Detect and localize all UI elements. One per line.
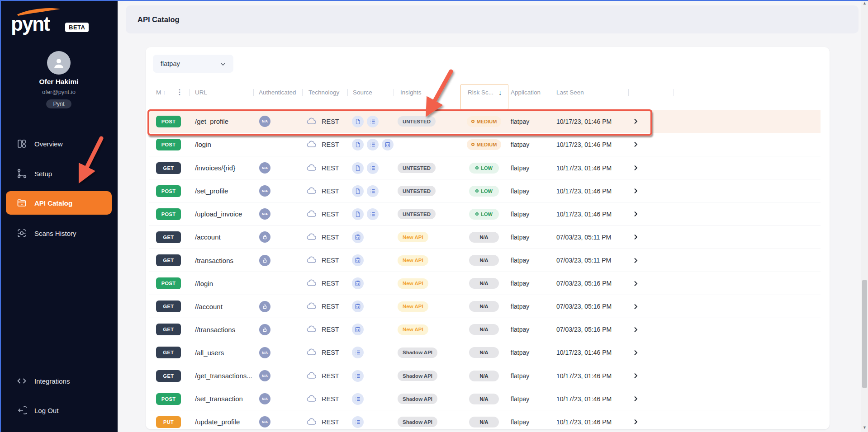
table-row[interactable]: GET//accountRESTNew APIN/Aflatpay07/03/2… xyxy=(149,295,821,318)
method-badge: GET xyxy=(156,347,181,358)
source-cell xyxy=(352,410,364,429)
cloud-icon xyxy=(306,209,317,220)
risk-badge: N/A xyxy=(469,417,499,427)
row-expand-chevron[interactable] xyxy=(632,318,639,341)
document-icon xyxy=(355,141,361,148)
insights-cell: New API xyxy=(398,295,428,318)
table-row[interactable]: POST//loginRESTNew APIN/Aflatpay07/03/23… xyxy=(149,272,821,295)
col-header-application[interactable]: Application xyxy=(511,81,541,104)
table-row[interactable]: PUT/update_profileN/ARESTShadow APIN/Afl… xyxy=(149,410,821,429)
application-cell: flatpay xyxy=(511,295,529,318)
capture-border-top xyxy=(0,0,868,1)
table-row[interactable]: GET//transactionsRESTNew APIN/Aflatpay07… xyxy=(149,318,821,341)
scrollbar-thumb[interactable] xyxy=(862,280,867,388)
col-header-url[interactable]: URL xyxy=(195,81,207,104)
risk-badge: N/A xyxy=(469,394,499,404)
cloud-icon xyxy=(306,417,317,427)
table-row[interactable]: GET/get_transactions...N/ARESTShadow API… xyxy=(149,364,821,387)
list-icon xyxy=(355,373,361,379)
authenticated-cell: N/A xyxy=(259,410,270,429)
endpoint-url: /update_profile xyxy=(195,410,240,429)
table-row[interactable]: GET/all_usersN/ARESTShadow APIN/Aflatpay… xyxy=(149,341,821,364)
row-expand-chevron[interactable] xyxy=(632,179,639,202)
sidebar-item-scans-history[interactable]: Scans History xyxy=(0,221,118,245)
cloud-icon xyxy=(306,324,317,335)
endpoint-url: /get_profile xyxy=(195,110,228,133)
source-cell xyxy=(352,179,379,202)
col-header-last-seen[interactable]: Last Seen xyxy=(556,81,584,104)
sidebar-item-api-catalog[interactable]: API Catalog xyxy=(6,191,112,215)
row-expand-chevron[interactable] xyxy=(632,272,639,295)
chevron-right-icon xyxy=(632,372,639,379)
last-seen-cell: 10/17/23, 01:46 PM xyxy=(556,202,612,225)
source-cell xyxy=(352,110,379,133)
risk-cell: LOW xyxy=(461,156,507,179)
table-row[interactable]: POST/set_profileN/ARESTUNTESTEDLOWflatpa… xyxy=(149,179,821,202)
technology-label: REST xyxy=(322,141,339,148)
technology-label: REST xyxy=(322,303,339,310)
risk-cell: N/A xyxy=(461,249,507,272)
endpoint-url: /upload_invoice xyxy=(195,202,242,225)
table-row[interactable]: GET/transactionsRESTNew APIN/Aflatpay07/… xyxy=(149,249,821,272)
row-expand-chevron[interactable] xyxy=(632,364,639,387)
row-expand-chevron[interactable] xyxy=(632,225,639,249)
table-row[interactable]: GET/invoices/{rid}N/ARESTUNTESTEDLOWflat… xyxy=(149,156,821,179)
method-badge: POST xyxy=(156,116,181,127)
col-header-risk-score[interactable]: Risk Sc... xyxy=(468,81,493,104)
col-header-authenticated[interactable]: Authenticated xyxy=(259,81,296,104)
scrollbar[interactable]: ▲ ▼ xyxy=(861,0,868,432)
endpoint-url: //account xyxy=(195,295,223,318)
row-expand-chevron[interactable] xyxy=(632,110,639,133)
risk-badge: LOW xyxy=(469,209,499,220)
col-header-insights[interactable]: Insights xyxy=(400,81,422,104)
method-cell: GET xyxy=(156,318,181,341)
sidebar-item-log-out[interactable]: Log Out xyxy=(0,399,118,422)
row-expand-chevron[interactable] xyxy=(632,341,639,364)
auth-lock-badge xyxy=(259,231,270,243)
sort-desc-icon[interactable]: ↓ xyxy=(498,81,502,104)
table-row[interactable]: GET/accountRESTNew APIN/Aflatpay07/03/23… xyxy=(149,225,821,248)
list-icon xyxy=(355,349,361,356)
row-expand-chevron[interactable] xyxy=(632,156,639,179)
row-expand-chevron[interactable] xyxy=(632,249,639,272)
row-expand-chevron[interactable] xyxy=(632,295,639,318)
technology-label: REST xyxy=(322,188,339,195)
sort-up-icon: ↑ xyxy=(163,81,166,104)
scrollbar-down-icon[interactable]: ▼ xyxy=(861,424,868,431)
document-icon xyxy=(355,188,361,194)
row-expand-chevron[interactable] xyxy=(632,133,639,156)
last-seen-cell: 10/17/23, 01:46 PM xyxy=(556,179,612,202)
sidebar-item-integrations[interactable]: Integrations xyxy=(0,369,118,393)
technology-cell: REST xyxy=(306,133,339,156)
insight-badge: UNTESTED xyxy=(398,209,436,219)
endpoint-url: //login xyxy=(195,272,213,295)
clipboard-code-icon xyxy=(355,257,361,263)
scrollbar-up-icon[interactable]: ▲ xyxy=(861,0,868,7)
col-header-method[interactable]: M xyxy=(156,81,161,104)
last-seen-cell: 10/17/23, 01:46 PM xyxy=(556,387,612,410)
risk-label: N/A xyxy=(480,304,489,309)
source-list-icon xyxy=(367,208,379,220)
col-header-source[interactable]: Source xyxy=(353,81,372,104)
row-expand-chevron[interactable] xyxy=(632,410,639,429)
table-row[interactable]: POST/get_profileN/ARESTUNTESTEDMEDIUMfla… xyxy=(149,110,821,133)
sidebar-item-overview[interactable]: Overview xyxy=(0,132,118,155)
col-header-technology[interactable]: Technology xyxy=(308,81,339,104)
risk-badge: N/A xyxy=(469,255,499,266)
risk-cell: N/A xyxy=(461,225,507,249)
risk-cell: N/A xyxy=(461,318,507,341)
source-doc-icon xyxy=(352,185,364,197)
cloud-icon xyxy=(306,232,317,243)
row-expand-chevron[interactable] xyxy=(632,202,639,225)
technology-label: REST xyxy=(322,118,339,125)
application-dropdown[interactable]: flatpay xyxy=(153,55,233,73)
sidebar-item-setup[interactable]: Setup xyxy=(0,162,118,185)
row-expand-chevron[interactable] xyxy=(632,387,639,410)
column-menu-icon[interactable]: ⋮ xyxy=(176,81,183,104)
user-name: Ofer Hakimi xyxy=(0,78,118,86)
table-row[interactable]: POST/loginRESTMEDIUMflatpay10/17/23, 01:… xyxy=(149,133,821,156)
cloud-icon xyxy=(306,371,317,381)
table-row[interactable]: POST/upload_invoiceN/ARESTUNTESTEDLOWfla… xyxy=(149,202,821,225)
authenticated-cell: N/A xyxy=(259,110,270,133)
table-row[interactable]: POST/set_transactionN/ARESTShadow APIN/A… xyxy=(149,387,821,410)
